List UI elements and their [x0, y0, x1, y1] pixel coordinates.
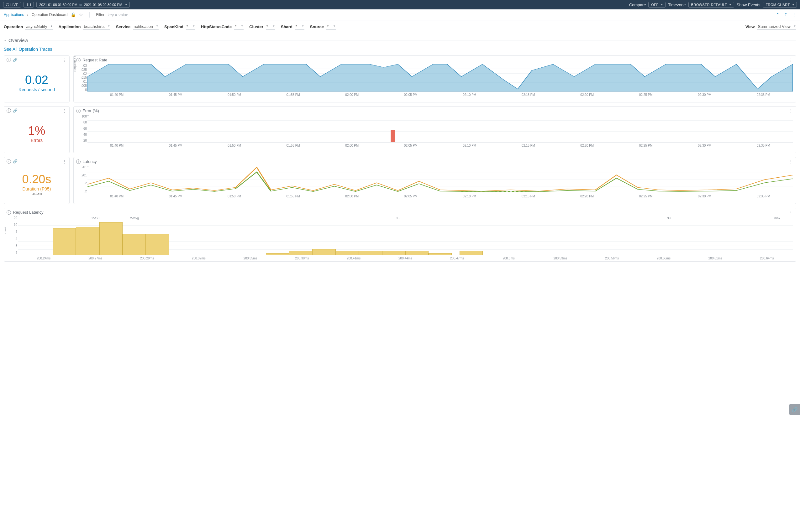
chip-value: * [235, 24, 236, 29]
info-icon[interactable]: i [6, 58, 11, 62]
card-menu-icon[interactable]: ⋮ [62, 58, 67, 63]
live-toggle[interactable]: LIVE [3, 2, 21, 7]
xaxis: 01:40 PM01:45 PM01:50 PM01:55 PM02:00 PM… [88, 92, 793, 96]
chip-cluster-select[interactable]: *▾ [266, 23, 275, 30]
link-icon[interactable]: 🔗 [13, 58, 18, 62]
info-icon[interactable]: i [6, 109, 11, 113]
chevron-down-icon: ▾ [302, 24, 304, 27]
chart-title: Request Latency [13, 210, 43, 215]
lock-icon: 🔒 [71, 12, 76, 17]
chip-service-select[interactable]: notification▾ [133, 23, 159, 30]
chart-plot[interactable] [18, 218, 793, 255]
chevron-down-icon: ▾ [4, 39, 6, 42]
info-icon[interactable]: i [76, 109, 80, 113]
topbar: LIVE 1H 2021-01-08 01:39:00 PM to 2021-0… [0, 0, 800, 10]
section-overview-header[interactable]: ▾ Overview [0, 33, 800, 45]
chart-title: Latency [82, 159, 97, 164]
chip-shard: Shard*▾ [281, 23, 304, 30]
card-menu-icon[interactable]: ⋮ [789, 109, 794, 113]
events-select[interactable]: FROM CHART▾ [763, 2, 797, 7]
breadcrumb-applications-link[interactable]: Applications [4, 13, 24, 17]
chip-application: Applicationbeachshirts▾ [59, 23, 110, 30]
info-icon[interactable]: i [6, 159, 11, 164]
chevron-down-icon: ▾ [51, 24, 52, 27]
chip-httpstatus: HttpStatusCode*▾ [201, 23, 244, 30]
chart-card-request-latency: iRequest Latency ⋮ 25/50 75/avg 95 99 ma… [4, 208, 796, 262]
live-label: LIVE [10, 3, 18, 6]
info-icon[interactable]: i [76, 159, 80, 164]
timezone-select[interactable]: BROWSER DEFAULT▾ [688, 2, 734, 7]
time-to: 2021-01-08 02:39:00 PM [84, 3, 122, 6]
xaxis: 200.24ms200.27ms200.29ms200.32ms200.35ms… [18, 255, 793, 260]
chart-plot[interactable] [88, 166, 793, 193]
share-icon[interactable]: ⤴ [785, 12, 787, 17]
stat-errors-label: Errors [31, 138, 43, 143]
chevron-down-icon: ▾ [794, 24, 796, 27]
see-all-traces-link[interactable]: See All Operation Traces [4, 47, 52, 52]
events-value: FROM CHART [765, 3, 790, 6]
chip-value: Summarized View [758, 24, 790, 29]
link-icon[interactable]: 🔗 [13, 159, 18, 164]
range-short-button[interactable]: 1H [23, 2, 34, 7]
star-icon[interactable]: ☆ [79, 12, 83, 17]
chip-value: * [296, 24, 297, 29]
filter-label: Filter [96, 13, 105, 17]
chevron-down-icon: ▾ [241, 24, 243, 27]
chart-plot[interactable] [88, 64, 793, 92]
chevron-down-icon: ▾ [108, 24, 110, 27]
chart-title: Error (%) [82, 109, 99, 113]
collapse-icon[interactable]: ⌃ [776, 12, 780, 17]
yaxis: Requests / s .03.025.02.015.01.0050 [76, 64, 87, 92]
card-menu-icon[interactable]: ⋮ [789, 58, 794, 63]
kebab-menu-icon[interactable]: ⋮ [792, 12, 796, 17]
xaxis: 01:40 PM01:45 PM01:50 PM01:55 PM02:00 PM… [88, 142, 793, 147]
compare-select[interactable]: OFF▾ [648, 2, 666, 7]
compare-label: Compare [629, 2, 646, 7]
chip-operation-select[interactable]: asyncNotify▾ [25, 23, 53, 30]
chip-view-select[interactable]: Summarized View▾ [757, 23, 796, 30]
stat-requests-value: 0.02 [25, 74, 48, 86]
chip-value: beachshirts [84, 24, 105, 29]
chip-spankind-select[interactable]: *▾ [186, 23, 195, 30]
filter-input[interactable] [108, 13, 202, 17]
stat-card-errors: i🔗 ⋮ 1% Errors [4, 106, 70, 153]
breadcrumb-bar: Applications › Operation Dashboard 🔒 ☆ F… [0, 10, 800, 20]
card-menu-icon[interactable]: ⋮ [789, 210, 794, 215]
chip-shard-select[interactable]: *▾ [295, 23, 304, 30]
card-menu-icon[interactable]: ⋮ [789, 159, 794, 164]
timerange-picker[interactable]: 2021-01-08 01:39:00 PM to 2021-01-08 02:… [36, 2, 130, 7]
section-overview-title: Overview [8, 38, 28, 43]
stat-latency-label: Duration (P95) [22, 186, 51, 191]
chip-spankind: SpanKind*▾ [164, 23, 195, 30]
chart-plot[interactable] [88, 115, 793, 142]
chip-source-select[interactable]: *▾ [326, 23, 336, 30]
stat-requests-label: Requests / second [18, 87, 55, 92]
yaxis: us .201.201.2.2 [76, 166, 87, 193]
chevron-down-icon: ▾ [334, 24, 335, 27]
chip-value: * [327, 24, 329, 29]
yaxis: all 10080604020 [76, 115, 87, 142]
chevron-down-icon: ▾ [661, 3, 663, 6]
stat-latency-value: 0.20s [22, 173, 51, 185]
circle-icon [6, 3, 9, 6]
yaxis-label: count [4, 227, 7, 233]
chip-key: Service [116, 24, 130, 29]
chip-value: * [187, 24, 188, 29]
card-menu-icon[interactable]: ⋮ [62, 109, 67, 113]
chip-value: notification [133, 24, 153, 29]
info-icon[interactable]: i [76, 58, 80, 62]
chevron-down-icon: ▾ [156, 24, 158, 27]
page-title: Operation Dashboard [32, 13, 68, 17]
info-icon[interactable]: i [6, 210, 11, 215]
chip-application-select[interactable]: beachshirts▾ [83, 23, 110, 30]
chip-key: View [745, 24, 755, 29]
compare-value: OFF [651, 3, 658, 6]
card-menu-icon[interactable]: ⋮ [62, 159, 67, 164]
chip-httpstatus-select[interactable]: *▾ [234, 23, 244, 30]
chip-key: SpanKind [164, 24, 183, 29]
link-icon[interactable]: 🔗 [13, 109, 18, 113]
yaxis: count 20106432 [6, 216, 17, 254]
chip-source: Source*▾ [310, 23, 336, 30]
chevron-down-icon: ▾ [193, 24, 195, 27]
chart-card-latency: iLatency ⋮ us .201.201.2.2 01:40 PM01:45… [73, 157, 796, 204]
